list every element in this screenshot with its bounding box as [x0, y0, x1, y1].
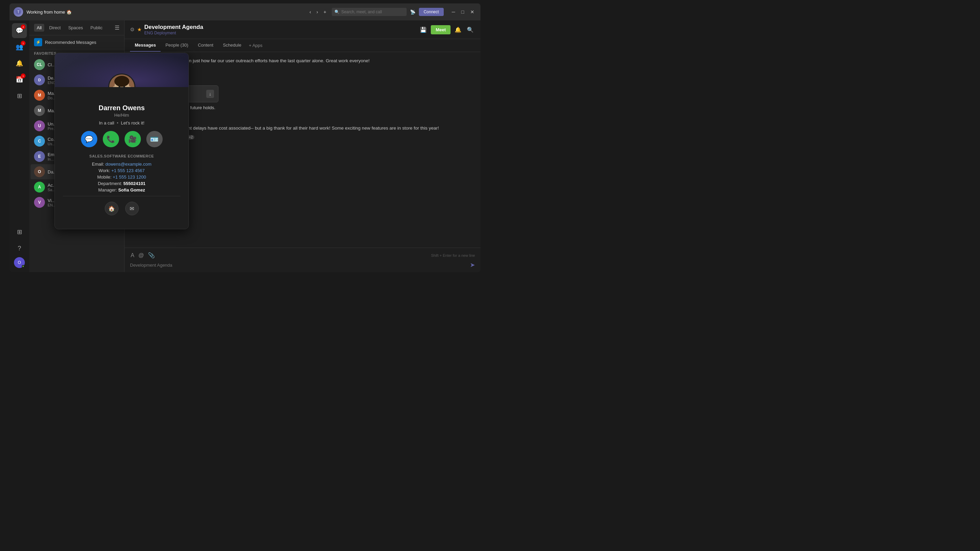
- svg-point-4: [115, 76, 129, 87]
- contact-mobile-phone[interactable]: +1 555 123 1200: [113, 175, 146, 179]
- format-button[interactable]: A: [130, 252, 135, 259]
- sidebar-item-grid[interactable]: ⊞: [12, 224, 27, 240]
- filter-menu-button[interactable]: ☰: [115, 24, 119, 31]
- contact-dept-row: Department: 555024101: [63, 181, 180, 186]
- sidebar-item-people[interactable]: 👥 1: [12, 40, 27, 54]
- footer-profile-button[interactable]: 🏠: [105, 202, 118, 215]
- contact-work-row: Work: +1 555 123 4567: [63, 168, 180, 173]
- sidebar-item-activity[interactable]: 🔔: [12, 56, 27, 71]
- contact-department: SALES.SOFTWARE ECOMMERCE: [63, 154, 180, 158]
- notification-icon-button[interactable]: 🔔: [453, 25, 463, 34]
- avatar: A: [34, 182, 45, 192]
- recommended-section[interactable]: ⚡ Recommended Messages: [29, 35, 124, 49]
- channel-header-actions: 💾 Meet 🔔 🔍: [418, 25, 475, 34]
- nav-forward-button[interactable]: ›: [314, 8, 320, 16]
- input-hint: Shift + Enter for a new line: [431, 253, 475, 257]
- message-input-row: ➤: [130, 261, 475, 269]
- contact-actions: 💬 📞 🎥 🪪: [63, 131, 180, 147]
- message-input[interactable]: [130, 263, 467, 268]
- sidebar-item-calendar[interactable]: 📅 1: [12, 72, 27, 87]
- chat-list-header: All Direct Spaces Public ☰: [29, 21, 124, 35]
- avatar: CL: [34, 59, 45, 70]
- phone-icon: 📞: [107, 135, 115, 143]
- tab-add-button[interactable]: + Apps: [246, 40, 265, 51]
- avatar: U: [34, 121, 45, 131]
- search-channel-button[interactable]: 🔍: [466, 25, 475, 34]
- tab-people[interactable]: People (30): [161, 39, 193, 52]
- nav-add-button[interactable]: +: [321, 8, 328, 16]
- tab-messages[interactable]: Messages: [130, 39, 161, 52]
- avatar: M: [34, 105, 45, 116]
- avatar: M: [34, 90, 45, 101]
- emoji-button[interactable]: @: [138, 252, 145, 259]
- grid-icon: ⊞: [17, 228, 22, 236]
- contact-avatar: 📞: [108, 73, 135, 87]
- avatar-illustration: [109, 75, 134, 87]
- contact-card-footer: 🏠 ✉: [63, 196, 180, 222]
- icon-nav: 💬 4 👥 1 🔔 📅 1 ⊞ ⊞ ?: [10, 21, 29, 272]
- title-bar: T Working from home 🏠 ‹ › + 🔍 📡 Connect …: [10, 3, 480, 21]
- channel-subtitle[interactable]: ENG Deployment: [144, 30, 203, 35]
- save-icon-button[interactable]: 💾: [418, 25, 428, 34]
- filter-spaces[interactable]: Spaces: [65, 24, 86, 32]
- status-text: In a call: [99, 121, 115, 125]
- chat-badge: 4: [21, 24, 25, 29]
- user-avatar-nav[interactable]: O: [14, 257, 25, 268]
- contact-video-button[interactable]: 🎥: [124, 131, 141, 147]
- contact-work-phone[interactable]: +1 555 123 4567: [111, 168, 145, 173]
- channel-header: ⚙ ★ Development Agenda ENG Deployment 💾 …: [124, 21, 480, 39]
- sidebar-item-chat[interactable]: 💬 4: [12, 23, 27, 38]
- channel-title: Development Agenda: [144, 24, 203, 30]
- search-wrapper: 🔍: [332, 8, 407, 16]
- recommended-label: Recommended Messages: [45, 40, 96, 45]
- contact-card: 📞 Darren Owens He/Him In a call • Let's …: [54, 53, 189, 229]
- svg-text:T: T: [18, 10, 19, 14]
- people-badge: 1: [21, 41, 25, 46]
- status-dot: •: [117, 121, 119, 125]
- minimize-button[interactable]: ─: [450, 8, 457, 15]
- connect-icon: 📡: [410, 10, 415, 14]
- search-icon: 🔍: [334, 10, 340, 14]
- app-avatar: T: [14, 7, 23, 17]
- search-input[interactable]: [332, 8, 407, 16]
- connect-button[interactable]: Connect: [419, 8, 444, 16]
- meet-button[interactable]: Meet: [431, 25, 450, 34]
- file-download-button[interactable]: ↓: [206, 90, 214, 98]
- sidebar-item-apps[interactable]: ⊞: [12, 89, 27, 103]
- attachment-button[interactable]: 📎: [147, 251, 156, 259]
- email-label: Email:: [92, 162, 105, 167]
- filter-all[interactable]: All: [34, 24, 44, 32]
- maximize-button[interactable]: □: [460, 8, 466, 15]
- tab-schedule[interactable]: Schedule: [218, 39, 246, 52]
- help-icon: ?: [18, 245, 21, 252]
- contact-chat-button[interactable]: 💬: [81, 131, 97, 147]
- contact-card-button[interactable]: 🪪: [146, 131, 163, 147]
- contact-pronouns: He/Him: [63, 113, 180, 118]
- filter-direct[interactable]: Direct: [46, 24, 63, 32]
- contact-avatar-wrap: 📞: [108, 73, 135, 87]
- contact-manager-row: Manager: Sofia Gomez: [63, 187, 180, 192]
- close-button[interactable]: ✕: [468, 8, 476, 15]
- tab-content[interactable]: Content: [193, 39, 218, 52]
- work-label: Work:: [99, 168, 111, 173]
- sidebar-item-help[interactable]: ?: [12, 241, 27, 256]
- gear-icon[interactable]: ⚙: [130, 27, 134, 33]
- contact-email-link[interactable]: dowens@example.com: [105, 162, 151, 167]
- window-controls: ─ □ ✕: [450, 8, 476, 15]
- send-button[interactable]: ➤: [470, 261, 475, 269]
- icon-nav-bottom: ⊞ ? O: [12, 224, 27, 272]
- contact-call-button[interactable]: 📞: [103, 131, 119, 147]
- contact-card-banner: 📞: [55, 53, 189, 87]
- avatar: V: [34, 197, 45, 208]
- star-icon[interactable]: ★: [137, 27, 142, 33]
- channel-tabs: Messages People (30) Content Schedule + …: [124, 39, 480, 52]
- contact-mobile-row: Mobile: +1 555 123 1200: [63, 175, 180, 179]
- nav-back-button[interactable]: ‹: [307, 8, 313, 16]
- manager-name: Sofia Gomez: [118, 187, 145, 192]
- dept-label: Department:: [98, 181, 123, 186]
- input-toolbar: A @ 📎 Shift + Enter for a new line: [130, 251, 475, 259]
- contact-name: Darren Owens: [63, 104, 180, 112]
- chat-icon: 💬: [85, 135, 93, 143]
- filter-public[interactable]: Public: [88, 24, 105, 32]
- footer-email-button[interactable]: ✉: [125, 202, 139, 215]
